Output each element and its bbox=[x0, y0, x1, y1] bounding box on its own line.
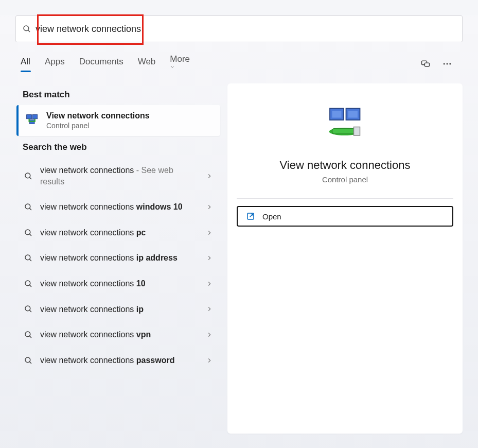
web-suggestion[interactable]: view network connections windows 10 bbox=[15, 194, 220, 220]
search-icon bbox=[24, 171, 33, 181]
suggestion-text: view network connections - See web resul… bbox=[40, 165, 199, 187]
svg-point-22 bbox=[25, 332, 30, 337]
svg-line-17 bbox=[29, 260, 31, 262]
web-suggestion[interactable]: view network connections vpn bbox=[15, 322, 220, 348]
svg-point-5 bbox=[447, 63, 448, 65]
web-suggestion[interactable]: view network connections - See web resul… bbox=[15, 158, 220, 194]
svg-rect-28 bbox=[332, 111, 341, 118]
svg-point-12 bbox=[25, 204, 30, 209]
chevron-right-icon bbox=[206, 254, 213, 262]
best-match-header: Best match bbox=[23, 90, 220, 100]
search-icon bbox=[24, 279, 33, 288]
preview-title: View network connections bbox=[280, 159, 411, 172]
best-match-subtitle: Control panel bbox=[46, 122, 213, 130]
suggestion-text: view network connections windows 10 bbox=[40, 201, 199, 213]
search-input[interactable] bbox=[36, 24, 456, 35]
suggestion-text: view network connections 10 bbox=[40, 278, 199, 289]
svg-point-14 bbox=[25, 230, 30, 235]
web-suggestion[interactable]: view network connections ip address bbox=[15, 245, 220, 271]
chevron-right-icon bbox=[206, 203, 213, 211]
web-suggestion[interactable]: view network connections password bbox=[15, 348, 220, 373]
web-suggestion[interactable]: view network connections pc bbox=[15, 220, 220, 246]
svg-point-10 bbox=[25, 173, 30, 178]
web-suggestion[interactable]: view network connections ip bbox=[15, 297, 220, 322]
filter-tabs: All Apps Documents Web More bbox=[21, 54, 420, 74]
search-icon bbox=[24, 253, 33, 263]
chevron-right-icon bbox=[206, 229, 213, 236]
svg-line-11 bbox=[29, 177, 31, 179]
svg-point-16 bbox=[25, 255, 30, 260]
svg-rect-3 bbox=[424, 63, 429, 66]
best-match-title: View network connections bbox=[46, 111, 213, 120]
suggestion-text: view network connections vpn bbox=[40, 329, 199, 340]
web-suggestion[interactable]: view network connections 10 bbox=[15, 271, 220, 297]
svg-line-25 bbox=[29, 361, 31, 364]
chevron-right-icon bbox=[206, 331, 213, 338]
svg-point-24 bbox=[25, 357, 30, 363]
search-icon bbox=[24, 356, 33, 365]
chat-icon[interactable] bbox=[420, 59, 431, 69]
svg-rect-7 bbox=[27, 115, 32, 119]
chevron-down-icon bbox=[170, 64, 192, 70]
tab-more-label: More bbox=[170, 54, 190, 64]
search-web-header: Search the web bbox=[23, 142, 220, 152]
chevron-right-icon bbox=[206, 357, 213, 364]
network-connections-icon bbox=[26, 114, 39, 127]
open-button-label: Open bbox=[262, 212, 281, 221]
svg-line-13 bbox=[29, 208, 31, 210]
web-suggestions-list: view network connections - See web resul… bbox=[15, 158, 220, 373]
svg-line-15 bbox=[29, 234, 31, 236]
preview-subtitle: Control panel bbox=[322, 175, 368, 184]
results-column: Best match View network connections Cont… bbox=[15, 83, 220, 434]
suggestion-text: view network connections password bbox=[40, 355, 199, 366]
preview-panel: View network connections Control panel O… bbox=[227, 83, 463, 434]
best-match-result[interactable]: View network connections Control panel bbox=[16, 105, 220, 136]
svg-rect-8 bbox=[32, 115, 38, 119]
search-icon bbox=[22, 24, 31, 33]
suggestion-text: view network connections ip bbox=[40, 304, 199, 315]
search-icon bbox=[24, 330, 33, 339]
tab-web[interactable]: Web bbox=[138, 57, 156, 71]
chevron-right-icon bbox=[206, 173, 213, 180]
svg-rect-29 bbox=[348, 111, 358, 118]
chevron-right-icon bbox=[206, 305, 213, 313]
svg-line-1 bbox=[28, 30, 30, 32]
svg-rect-31 bbox=[332, 129, 357, 134]
svg-point-4 bbox=[444, 63, 445, 65]
search-bar[interactable] bbox=[15, 15, 463, 42]
svg-line-19 bbox=[29, 285, 31, 287]
svg-point-18 bbox=[25, 281, 30, 286]
tab-all[interactable]: All bbox=[21, 57, 30, 71]
open-button[interactable]: Open bbox=[237, 206, 453, 227]
divider bbox=[237, 198, 453, 199]
search-icon bbox=[24, 304, 33, 314]
svg-line-23 bbox=[29, 336, 31, 338]
tab-apps[interactable]: Apps bbox=[45, 57, 65, 71]
search-icon bbox=[24, 228, 33, 237]
more-options-icon[interactable] bbox=[442, 59, 452, 69]
tab-more[interactable]: More bbox=[170, 54, 192, 74]
start-search-window: All Apps Documents Web More Best match bbox=[0, 15, 478, 448]
network-connections-icon bbox=[325, 104, 366, 145]
open-external-icon bbox=[246, 212, 255, 221]
svg-point-6 bbox=[449, 63, 451, 65]
svg-point-20 bbox=[25, 306, 30, 311]
suggestion-text: view network connections pc bbox=[40, 227, 199, 238]
chevron-right-icon bbox=[206, 280, 213, 287]
svg-rect-32 bbox=[353, 127, 360, 136]
search-icon bbox=[24, 202, 33, 212]
tab-documents[interactable]: Documents bbox=[79, 57, 123, 71]
filter-tabs-row: All Apps Documents Web More bbox=[21, 54, 463, 74]
svg-point-0 bbox=[24, 26, 29, 31]
svg-line-21 bbox=[29, 311, 31, 313]
suggestion-text: view network connections ip address bbox=[40, 252, 199, 264]
